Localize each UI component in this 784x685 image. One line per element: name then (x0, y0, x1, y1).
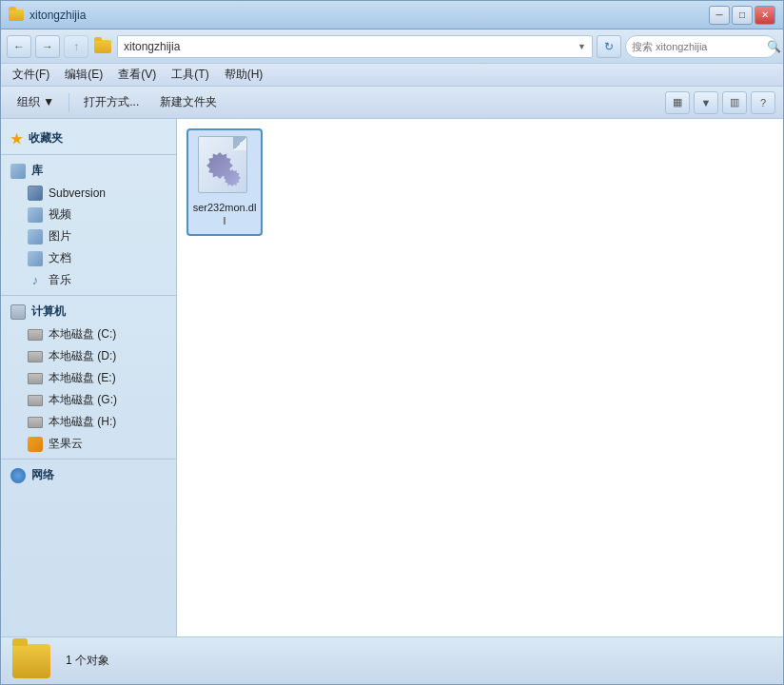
file-item-ser232mon[interactable]: ser232mon.dll (186, 128, 263, 236)
drive-d-label: 本地磁盘 (D:) (49, 348, 116, 364)
title-bar-controls: ─ □ ✕ (709, 6, 775, 25)
drive-e-label: 本地磁盘 (E:) (49, 370, 116, 386)
favorites-header: ★ 收藏夹 (1, 127, 176, 150)
documents-label: 文档 (49, 250, 71, 266)
sidebar-item-jianguoyun[interactable]: 坚果云 (1, 433, 176, 455)
sidebar: ★ 收藏夹 库 Subversion (1, 119, 177, 636)
address-folder-icon (94, 40, 111, 53)
divider-2 (1, 295, 176, 296)
drive-g-label: 本地磁盘 (G:) (49, 392, 117, 408)
window-title: xitongzhijia (29, 9, 86, 22)
view-icon-button[interactable]: ▦ (665, 91, 690, 114)
title-bar: xitongzhijia ─ □ ✕ (1, 1, 783, 29)
library-label: 库 (31, 163, 43, 179)
music-icon: ♪ (28, 273, 43, 288)
sidebar-item-drive-e[interactable]: 本地磁盘 (E:) (1, 367, 176, 389)
drive-c-label: 本地磁盘 (C:) (49, 326, 116, 342)
jianguoyun-label: 坚果云 (49, 436, 83, 452)
search-input[interactable] (632, 41, 763, 52)
maximize-button[interactable]: □ (732, 6, 753, 25)
drive-g-icon (28, 393, 43, 408)
favorites-label: 收藏夹 (29, 130, 63, 147)
close-button[interactable]: ✕ (755, 6, 775, 25)
network-header: 网络 (1, 463, 176, 487)
sidebar-item-images[interactable]: 图片 (1, 225, 176, 247)
open-with-button[interactable]: 打开方式... (75, 90, 147, 115)
subversion-icon (28, 186, 43, 201)
toolbar: 组织 ▼ 打开方式... 新建文件夹 ▦ ▼ ▥ ? (1, 87, 783, 119)
file-area[interactable]: ser232mon.dll (177, 119, 783, 636)
menu-edit[interactable]: 编辑(E) (57, 65, 110, 85)
file-icon-fold (233, 137, 246, 150)
menu-view[interactable]: 查看(V) (110, 65, 164, 85)
title-folder-icon (9, 10, 24, 21)
subversion-label: Subversion (49, 186, 106, 200)
sidebar-item-subversion[interactable]: Subversion (1, 183, 176, 204)
drive-c-icon (28, 327, 43, 342)
drive-h-icon (28, 415, 43, 430)
address-field[interactable]: xitongzhijia ▼ (117, 35, 593, 58)
images-icon (28, 229, 43, 245)
images-label: 图片 (49, 228, 71, 245)
menu-tools[interactable]: 工具(T) (164, 65, 216, 85)
sidebar-section-favorites: ★ 收藏夹 (1, 127, 176, 150)
address-text: xitongzhijia (124, 40, 574, 53)
panel-button[interactable]: ▥ (722, 91, 747, 114)
search-icon[interactable]: 🔍 (767, 40, 781, 53)
library-header: 库 (1, 159, 176, 183)
organize-button[interactable]: 组织 ▼ (9, 90, 63, 115)
status-folder-icon (12, 644, 50, 678)
menu-help[interactable]: 帮助(H) (217, 65, 271, 85)
file-icon-gears (205, 150, 241, 186)
dll-file-icon (198, 136, 251, 197)
status-bar: 1 个对象 (1, 636, 783, 684)
minimize-button[interactable]: ─ (709, 6, 730, 25)
drive-h-label: 本地磁盘 (H:) (49, 414, 116, 430)
status-count: 1 个对象 (66, 653, 109, 669)
sidebar-item-drive-c[interactable]: 本地磁盘 (C:) (1, 323, 176, 345)
network-label: 网络 (31, 467, 54, 483)
sidebar-item-music[interactable]: ♪ 音乐 (1, 269, 176, 291)
sidebar-item-videos[interactable]: 视频 (1, 204, 176, 225)
music-label: 音乐 (49, 272, 71, 288)
sidebar-item-drive-d[interactable]: 本地磁盘 (D:) (1, 345, 176, 367)
sidebar-item-documents[interactable]: 文档 (1, 247, 176, 269)
divider-3 (1, 459, 176, 460)
computer-label: 计算机 (31, 303, 66, 320)
sidebar-item-drive-h[interactable]: 本地磁盘 (H:) (1, 411, 176, 433)
toolbar-right: ▦ ▼ ▥ ? (665, 91, 775, 114)
search-box: 🔍 (625, 35, 777, 58)
forward-button[interactable]: → (35, 35, 60, 58)
computer-header: 计算机 (1, 300, 176, 323)
jianguoyun-icon (28, 437, 43, 452)
star-icon: ★ (10, 131, 23, 147)
drive-e-icon (28, 371, 43, 386)
window: xitongzhijia ─ □ ✕ ← → ↑ xitongzhijia ▼ … (0, 0, 784, 685)
sidebar-section-computer: 计算机 本地磁盘 (C:) 本地磁盘 (D:) (1, 300, 176, 455)
address-bar: ← → ↑ xitongzhijia ▼ ↻ 🔍 (1, 29, 783, 64)
new-folder-button[interactable]: 新建文件夹 (151, 90, 225, 115)
toolbar-separator-1 (69, 93, 69, 112)
back-button[interactable]: ← (7, 35, 31, 58)
main-content: ★ 收藏夹 库 Subversion (1, 119, 783, 636)
drive-d-icon (28, 349, 43, 364)
title-bar-left: xitongzhijia (9, 9, 86, 22)
address-dropdown-arrow[interactable]: ▼ (578, 42, 586, 51)
help-button[interactable]: ? (751, 91, 775, 114)
file-name: ser232mon.dll (192, 201, 257, 228)
sidebar-item-drive-g[interactable]: 本地磁盘 (G:) (1, 389, 176, 411)
refresh-button[interactable]: ↻ (597, 35, 621, 58)
sidebar-section-library: 库 Subversion 视频 (1, 159, 176, 291)
sidebar-section-network: 网络 (1, 463, 176, 487)
view-dropdown-button[interactable]: ▼ (694, 91, 718, 114)
up-button[interactable]: ↑ (64, 35, 88, 58)
documents-icon (28, 251, 43, 266)
computer-icon (10, 304, 26, 320)
network-icon (10, 468, 26, 483)
library-icon (10, 164, 26, 179)
menu-bar: 文件(F) 编辑(E) 查看(V) 工具(T) 帮助(H) (1, 64, 783, 87)
divider-1 (1, 154, 176, 155)
videos-label: 视频 (49, 206, 71, 223)
menu-file[interactable]: 文件(F) (5, 65, 57, 85)
videos-icon (28, 207, 43, 223)
